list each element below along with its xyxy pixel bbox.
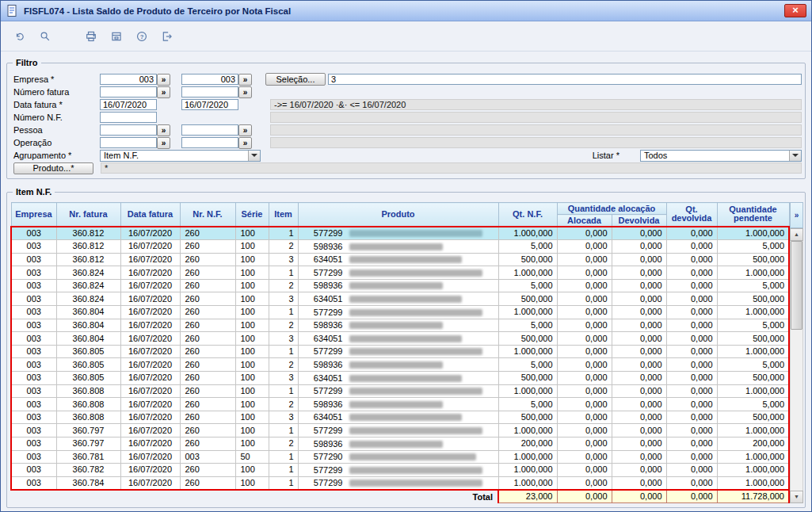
cell-data-fatura[interactable]: 16/07/2020 — [120, 476, 180, 490]
cell-nr-fatura[interactable]: 360.805 — [56, 358, 120, 372]
cell-produto[interactable]: 634051 — [298, 292, 498, 306]
undo-button[interactable] — [9, 25, 31, 48]
cell-nr-nf[interactable]: 260 — [180, 306, 235, 319]
cell-empresa[interactable]: 003 — [11, 332, 56, 346]
cell-alocada[interactable]: 0,000 — [557, 292, 612, 306]
cell-data-fatura[interactable]: 16/07/2020 — [120, 332, 180, 346]
cell-data-fatura[interactable]: 16/07/2020 — [120, 345, 180, 358]
cell-data-fatura[interactable]: 16/07/2020 — [120, 384, 180, 398]
agrupamento-select[interactable]: Item N.F. — [100, 150, 261, 162]
table-row[interactable]: 003360.79716/07/20202601002598936200,000… — [11, 437, 789, 451]
cell-serie[interactable]: 100 — [235, 227, 269, 240]
cell-nr-fatura[interactable]: 360.824 — [56, 279, 120, 292]
cell-nr-nf[interactable]: 260 — [180, 424, 235, 437]
cell-devolvida[interactable]: 0,000 — [612, 306, 666, 319]
header-produto[interactable]: Produto — [298, 203, 498, 227]
cell-qt-nf[interactable]: 5,000 — [498, 398, 557, 411]
selecao-input[interactable] — [328, 74, 802, 85]
cell-devolvida[interactable]: 0,000 — [612, 266, 666, 280]
cell-item[interactable]: 3 — [269, 411, 298, 424]
header-nr-fatura[interactable]: Nr. fatura — [56, 203, 120, 227]
cell-nr-nf[interactable]: 260 — [180, 476, 235, 490]
table-row[interactable]: 003360.82416/07/202026010025989365,0000,… — [11, 279, 789, 292]
cell-qt-nf[interactable]: 1.000,000 — [498, 464, 557, 477]
cell-devolvida[interactable]: 0,000 — [612, 332, 666, 346]
cell-item[interactable]: 2 — [269, 240, 298, 254]
cell-alocada[interactable]: 0,000 — [557, 398, 612, 411]
listar-select[interactable]: Todos — [640, 150, 802, 162]
cell-nr-nf[interactable]: 260 — [180, 253, 235, 266]
cell-nr-fatura[interactable]: 360.812 — [56, 227, 120, 240]
cell-pendente[interactable]: 500,000 — [717, 372, 789, 385]
cell-produto[interactable]: 577290 — [298, 450, 498, 464]
cell-devolvida[interactable]: 0,000 — [612, 424, 666, 437]
cell-item[interactable]: 1 — [269, 424, 298, 437]
cell-serie[interactable]: 100 — [235, 424, 269, 437]
cell-produto[interactable]: 598936 — [298, 279, 498, 292]
cell-pendente[interactable]: 5,000 — [717, 358, 789, 372]
cell-pendente[interactable]: 500,000 — [717, 253, 789, 266]
cell-qt-devolvida[interactable]: 0,000 — [666, 450, 717, 464]
cell-devolvida[interactable]: 0,000 — [612, 476, 666, 490]
cell-alocada[interactable]: 0,000 — [557, 384, 612, 398]
cell-nr-fatura[interactable]: 360.784 — [56, 476, 120, 490]
cell-qt-nf[interactable]: 1.000,000 — [498, 476, 557, 490]
cell-alocada[interactable]: 0,000 — [557, 450, 612, 464]
cell-data-fatura[interactable]: 16/07/2020 — [120, 306, 180, 319]
cell-empresa[interactable]: 003 — [11, 384, 56, 398]
cell-nr-nf[interactable]: 260 — [180, 227, 235, 240]
cell-devolvida[interactable]: 0,000 — [612, 384, 666, 398]
cell-alocada[interactable]: 0,000 — [557, 372, 612, 385]
cell-pendente[interactable]: 5,000 — [717, 240, 789, 254]
cell-qt-nf[interactable]: 500,000 — [498, 332, 557, 346]
cell-devolvida[interactable]: 0,000 — [612, 372, 666, 385]
cell-produto[interactable]: 577299 — [298, 306, 498, 319]
cell-qt-nf[interactable]: 1.000,000 — [498, 384, 557, 398]
cell-qt-devolvida[interactable]: 0,000 — [666, 345, 717, 358]
cell-qt-nf[interactable]: 500,000 — [498, 411, 557, 424]
cell-nr-nf[interactable]: 260 — [180, 319, 235, 332]
header-serie[interactable]: Série — [235, 203, 269, 227]
cell-devolvida[interactable]: 0,000 — [612, 240, 666, 254]
cell-nr-fatura[interactable]: 360.797 — [56, 424, 120, 437]
cell-pendente[interactable]: 1.000,000 — [717, 227, 789, 240]
cell-qt-devolvida[interactable]: 0,000 — [666, 306, 717, 319]
cell-item[interactable]: 1 — [269, 476, 298, 490]
cell-data-fatura[interactable]: 16/07/2020 — [120, 450, 180, 464]
cell-empresa[interactable]: 003 — [11, 358, 56, 372]
cell-data-fatura[interactable]: 16/07/2020 — [120, 424, 180, 437]
cell-serie[interactable]: 100 — [235, 319, 269, 332]
cell-pendente[interactable]: 500,000 — [717, 411, 789, 424]
header-quantidade-pendente[interactable]: Quantidade pendente — [717, 203, 789, 227]
cell-nr-nf[interactable]: 260 — [180, 345, 235, 358]
table-row[interactable]: 003360.79716/07/202026010015772991.000,0… — [11, 424, 789, 437]
cell-produto[interactable]: 598936 — [298, 358, 498, 372]
cell-data-fatura[interactable]: 16/07/2020 — [120, 279, 180, 292]
cell-qt-nf[interactable]: 1.000,000 — [498, 450, 557, 464]
cell-alocada[interactable]: 0,000 — [557, 437, 612, 451]
cell-produto[interactable]: 577299 — [298, 424, 498, 437]
cell-nr-nf[interactable]: 003 — [180, 450, 235, 464]
cell-empresa[interactable]: 003 — [11, 306, 56, 319]
cell-qt-devolvida[interactable]: 0,000 — [666, 398, 717, 411]
pessoa-to-input[interactable] — [181, 124, 238, 136]
cell-pendente[interactable]: 1.000,000 — [717, 306, 789, 319]
selecao-button[interactable]: Seleção... — [265, 73, 326, 86]
cell-devolvida[interactable]: 0,000 — [612, 253, 666, 266]
cell-qt-nf[interactable]: 1.000,000 — [498, 424, 557, 437]
cell-qt-devolvida[interactable]: 0,000 — [666, 464, 717, 477]
cell-serie[interactable]: 100 — [235, 372, 269, 385]
cell-devolvida[interactable]: 0,000 — [612, 279, 666, 292]
cell-item[interactable]: 2 — [269, 319, 298, 332]
header-devolvida[interactable]: Devolvida — [612, 215, 666, 227]
header-empresa[interactable]: Empresa — [11, 203, 56, 227]
header-qt-nf[interactable]: Qt. N.F. — [498, 203, 557, 227]
cell-qt-nf[interactable]: 5,000 — [498, 240, 557, 254]
cell-nr-nf[interactable]: 260 — [180, 266, 235, 280]
cell-empresa[interactable]: 003 — [11, 292, 56, 306]
cell-alocada[interactable]: 0,000 — [557, 358, 612, 372]
header-quantidade-alocacao[interactable]: Quantidade alocação — [557, 203, 666, 215]
cell-qt-nf[interactable]: 500,000 — [498, 253, 557, 266]
cell-data-fatura[interactable]: 16/07/2020 — [120, 266, 180, 280]
cell-alocada[interactable]: 0,000 — [557, 279, 612, 292]
